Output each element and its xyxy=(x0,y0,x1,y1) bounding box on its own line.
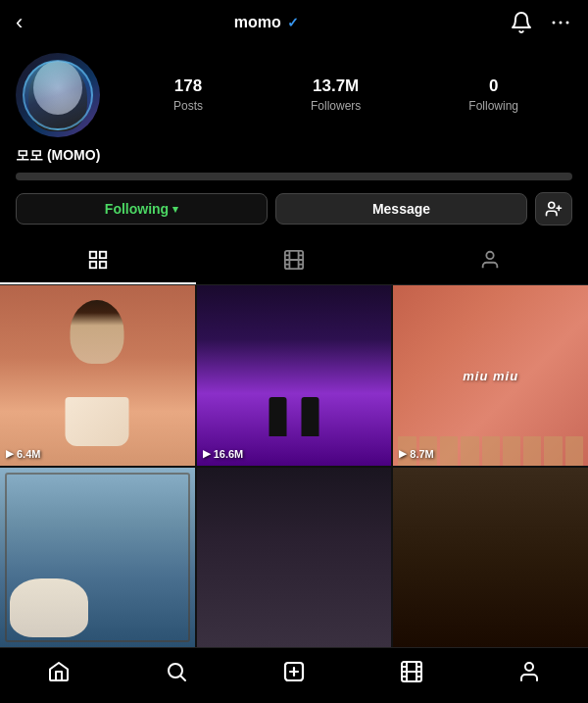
svg-rect-9 xyxy=(100,262,106,268)
back-button[interactable]: ‹ xyxy=(16,10,23,35)
search-icon xyxy=(165,660,188,683)
header-icons-group xyxy=(510,11,572,34)
grid-item-1[interactable]: ▶ 6.4M xyxy=(0,285,195,466)
svg-point-11 xyxy=(486,252,493,259)
concert-figures xyxy=(269,397,318,436)
grid-item-3[interactable]: miu miu ▶ 8.7M xyxy=(393,285,588,466)
grid-item-2-bg xyxy=(197,285,392,466)
grid-item-2[interactable]: ▶ 16.6M xyxy=(197,285,392,466)
following-button-label: Following xyxy=(105,201,169,217)
reels-tab-icon xyxy=(283,249,305,271)
grid-item-1-count: 6.4M xyxy=(17,448,40,460)
add-icon xyxy=(282,660,306,683)
nav-search[interactable] xyxy=(118,656,235,687)
username-label: momo xyxy=(234,14,281,31)
grid-item-2-views: ▶ 16.6M xyxy=(203,448,244,460)
message-button[interactable]: Message xyxy=(275,193,527,225)
grid-item-5[interactable] xyxy=(197,468,392,648)
following-button[interactable]: Following ▾ xyxy=(16,193,268,225)
nav-home[interactable] xyxy=(0,656,118,687)
nav-reels[interactable] xyxy=(353,656,470,687)
grid-item-4[interactable] xyxy=(0,468,195,648)
svg-rect-8 xyxy=(90,262,96,268)
followers-count: 13.7M xyxy=(311,76,361,96)
svg-point-18 xyxy=(525,663,533,671)
header-title-group: momo ✓ xyxy=(234,14,299,31)
followers-label: Followers xyxy=(311,99,361,113)
svg-point-3 xyxy=(549,202,555,208)
avatar-image xyxy=(16,53,100,137)
grid-item-1-face xyxy=(71,300,124,364)
tab-tagged[interactable] xyxy=(392,237,588,284)
profile-nav-icon xyxy=(517,660,541,683)
play-icon: ▶ xyxy=(6,448,14,459)
svg-rect-6 xyxy=(90,252,96,258)
play-icon-3: ▶ xyxy=(399,448,407,459)
svg-point-1 xyxy=(559,22,562,25)
profile-stats: 178 Posts 13.7M Followers 0 Following xyxy=(120,76,572,114)
chevron-down-icon: ▾ xyxy=(172,203,178,216)
following-label: Following xyxy=(468,99,518,113)
avatar xyxy=(16,53,100,137)
svg-line-13 xyxy=(181,677,185,680)
following-count: 0 xyxy=(468,76,518,96)
cat-element xyxy=(10,578,88,637)
bottom-navigation xyxy=(0,647,588,703)
home-icon xyxy=(47,660,71,683)
stat-posts[interactable]: 178 Posts xyxy=(173,76,203,114)
grid-item-1-views: ▶ 6.4M xyxy=(6,448,40,460)
content-tab-bar xyxy=(0,237,588,285)
reels-nav-icon xyxy=(400,660,423,683)
more-options-icon[interactable] xyxy=(549,11,572,34)
add-person-icon xyxy=(545,200,563,218)
nav-profile[interactable] xyxy=(470,656,588,687)
stat-following[interactable]: 0 Following xyxy=(468,76,518,114)
svg-point-0 xyxy=(552,22,555,25)
posts-grid: ▶ 6.4M ▶ 16.6M miu miu xyxy=(0,285,588,647)
stat-followers[interactable]: 13.7M Followers xyxy=(311,76,361,114)
svg-point-2 xyxy=(565,22,568,25)
grid-item-3-views: ▶ 8.7M xyxy=(399,448,433,460)
grid-item-2-count: 16.6M xyxy=(214,448,244,460)
message-button-label: Message xyxy=(372,201,430,217)
grid-tab-icon xyxy=(87,249,109,271)
grid-item-6-bg xyxy=(393,468,588,648)
header: ‹ momo ✓ xyxy=(0,0,588,45)
grid-item-5-bg xyxy=(197,468,392,648)
posts-label: Posts xyxy=(173,99,203,113)
grid-item-1-bg xyxy=(0,285,195,466)
grid-item-6[interactable] xyxy=(393,468,588,648)
avatar-helmet-overlay xyxy=(23,60,93,130)
posts-count: 178 xyxy=(173,76,203,96)
action-buttons: Following ▾ Message xyxy=(16,192,572,226)
grid-item-4-bg xyxy=(0,468,195,648)
profile-section: 178 Posts 13.7M Followers 0 Following 모모… xyxy=(0,45,588,237)
tab-reels[interactable] xyxy=(196,237,392,284)
play-icon-2: ▶ xyxy=(203,448,211,459)
miumiu-logo-text: miu miu xyxy=(463,368,518,382)
verified-icon: ✓ xyxy=(287,15,299,30)
tagged-tab-icon xyxy=(479,249,501,271)
profile-name: 모모 (MOMO) xyxy=(16,147,572,165)
tab-grid[interactable] xyxy=(0,237,196,284)
nav-add[interactable] xyxy=(235,656,353,687)
profile-bio-bar xyxy=(16,173,572,180)
grid-item-3-bg: miu miu xyxy=(393,285,588,466)
svg-rect-7 xyxy=(100,252,106,258)
grid-item-3-count: 8.7M xyxy=(410,448,433,460)
add-person-button[interactable] xyxy=(535,192,572,226)
profile-top: 178 Posts 13.7M Followers 0 Following xyxy=(16,53,572,137)
phone-container: ‹ momo ✓ 178 xyxy=(0,0,588,703)
notification-icon[interactable] xyxy=(510,11,533,34)
svg-point-12 xyxy=(169,664,182,678)
